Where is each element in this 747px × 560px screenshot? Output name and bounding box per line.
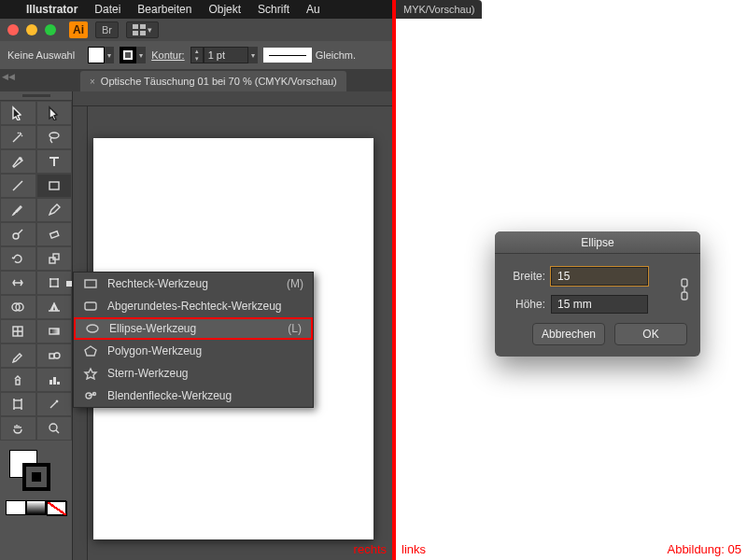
shape-tool-flyout: Rechteck-Werkzeug (M) Abgerundetes-Recht… xyxy=(73,272,314,408)
rotate-tool[interactable] xyxy=(0,246,36,271)
roundrect-icon xyxy=(83,300,98,313)
color-mode-color[interactable] xyxy=(6,500,26,515)
color-mode-gradient[interactable] xyxy=(26,500,47,515)
line-segment-tool[interactable] xyxy=(0,174,36,198)
height-field[interactable] xyxy=(551,295,648,314)
selection-tool[interactable] xyxy=(0,101,36,125)
svg-point-22 xyxy=(54,353,60,358)
menu-truncated[interactable]: Au xyxy=(306,3,320,16)
traffic-light-minimize[interactable] xyxy=(26,24,37,35)
svg-rect-30 xyxy=(85,302,96,310)
flyout-item-ellipse[interactable]: Ellipse-Werkzeug (L) xyxy=(74,317,313,340)
eraser-tool[interactable] xyxy=(36,222,73,246)
traffic-light-close[interactable] xyxy=(7,24,19,35)
traffic-light-zoom[interactable] xyxy=(45,24,56,35)
dialog-title: Ellipse xyxy=(495,231,700,254)
horizontal-ruler[interactable] xyxy=(73,91,392,106)
flyout-item-rounded-rectangle[interactable]: Abgerundetes-Rechteck-Werkzeug xyxy=(74,295,313,317)
svg-rect-21 xyxy=(49,354,54,358)
mesh-tool[interactable] xyxy=(0,319,36,343)
svg-rect-0 xyxy=(133,24,138,29)
perspective-grid-tool[interactable] xyxy=(36,295,73,319)
svg-rect-23 xyxy=(16,380,20,385)
fill-swatch[interactable] xyxy=(88,47,105,63)
zoom-tool[interactable] xyxy=(36,416,73,441)
svg-rect-27 xyxy=(14,400,21,408)
active-tool-indicator xyxy=(66,281,72,287)
magic-wand-tool[interactable] xyxy=(0,125,36,149)
pen-tool[interactable] xyxy=(0,149,36,174)
caption-right-left: links xyxy=(402,542,426,556)
scale-tool[interactable] xyxy=(36,246,73,271)
menu-bearbeiten[interactable]: Bearbeiten xyxy=(137,3,191,16)
stroke-style-preview[interactable] xyxy=(263,48,312,63)
arrange-documents-button[interactable]: ▾ xyxy=(126,21,159,38)
document-tab-title: Optische Täuschung 01 bei 70 % (CMYK/Vor… xyxy=(101,76,337,87)
ok-button[interactable]: OK xyxy=(614,323,687,345)
svg-point-4 xyxy=(49,133,59,138)
document-tab[interactable]: × Optische Täuschung 01 bei 70 % (CMYK/V… xyxy=(80,71,346,91)
width-field[interactable] xyxy=(551,267,648,286)
svg-rect-12 xyxy=(50,279,58,287)
flyout-item-rectangle[interactable]: Rechteck-Werkzeug (M) xyxy=(74,273,313,295)
svg-point-28 xyxy=(49,424,57,431)
hand-tool[interactable] xyxy=(0,416,36,441)
pencil-tool[interactable] xyxy=(36,198,73,222)
cancel-button[interactable]: Abbrechen xyxy=(532,323,605,345)
svg-rect-3 xyxy=(140,31,146,35)
svg-rect-10 xyxy=(49,258,55,263)
symbol-sprayer-tool[interactable] xyxy=(0,368,36,392)
width-tool[interactable] xyxy=(0,271,36,295)
flyout-label: Rechteck-Werkzeug xyxy=(107,277,208,290)
flyout-label: Ellipse-Werkzeug xyxy=(109,322,196,335)
menu-datei[interactable]: Datei xyxy=(94,3,120,16)
toolbox-grip[interactable] xyxy=(0,91,72,101)
artboard-tool[interactable] xyxy=(0,392,36,416)
link-dimensions-icon[interactable] xyxy=(678,276,691,305)
direct-selection-tool[interactable] xyxy=(36,101,73,125)
flyout-label: Abgerundetes-Rechteck-Werkzeug xyxy=(107,300,282,313)
paintbrush-tool[interactable] xyxy=(0,198,36,222)
close-tab-icon[interactable]: × xyxy=(90,77,95,87)
flare-icon xyxy=(83,389,98,402)
star-icon xyxy=(83,367,98,380)
rect-icon xyxy=(83,277,98,290)
svg-point-14 xyxy=(57,278,59,280)
column-graph-tool[interactable] xyxy=(36,368,73,392)
type-tool[interactable] xyxy=(36,149,73,174)
control-bar: Keine Auswahl ▾ ▾ Kontur: ▴▾ 1 pt ▾ Glei… xyxy=(0,41,392,69)
svg-rect-24 xyxy=(49,380,52,385)
stroke-stepper[interactable]: ▴▾ xyxy=(190,47,204,63)
color-mode-row xyxy=(6,500,66,515)
stroke-box[interactable] xyxy=(22,463,50,491)
fill-stroke-indicator[interactable] xyxy=(6,446,66,495)
flyout-item-flare[interactable]: Blendenflecke-Werkzeug xyxy=(74,385,313,407)
menu-schrift[interactable]: Schrift xyxy=(258,3,289,16)
blend-tool[interactable] xyxy=(36,343,73,368)
fill-dropdown[interactable]: ▾ xyxy=(105,47,114,63)
gradient-tool[interactable] xyxy=(36,319,73,343)
panel-flyout-icon[interactable]: ◀◀ xyxy=(2,73,15,80)
blob-brush-tool[interactable] xyxy=(0,222,36,246)
stroke-dropdown[interactable]: ▾ xyxy=(136,47,146,63)
svg-rect-11 xyxy=(53,254,59,259)
flyout-item-star[interactable]: Stern-Werkzeug xyxy=(74,362,313,385)
svg-point-31 xyxy=(87,325,98,332)
color-mode-none[interactable] xyxy=(46,500,66,515)
rectangle-tool[interactable] xyxy=(36,174,73,198)
app-name[interactable]: Illustrator xyxy=(26,3,78,16)
stroke-weight-field[interactable]: 1 pt xyxy=(204,47,248,63)
flyout-item-polygon[interactable]: Polygon-Werkzeug xyxy=(74,340,313,362)
menu-objekt[interactable]: Objekt xyxy=(208,3,241,16)
stroke-swatch[interactable] xyxy=(120,47,136,63)
stroke-weight-dropdown[interactable]: ▾ xyxy=(248,47,258,63)
eyedropper-tool[interactable] xyxy=(0,343,36,368)
lasso-tool[interactable] xyxy=(36,125,73,149)
stroke-label[interactable]: Kontur: xyxy=(151,49,184,61)
tab-title-fragment: MYK/Vorschau) xyxy=(396,0,482,19)
bridge-button[interactable]: Br xyxy=(95,21,119,38)
work-area: Rechteck-Werkzeug (M) Abgerundetes-Recht… xyxy=(0,91,392,560)
ellipse-dialog: Ellipse Breite: Höhe: Abbrechen OK xyxy=(495,231,700,357)
shape-builder-tool[interactable] xyxy=(0,295,36,319)
slice-tool[interactable] xyxy=(36,392,73,416)
